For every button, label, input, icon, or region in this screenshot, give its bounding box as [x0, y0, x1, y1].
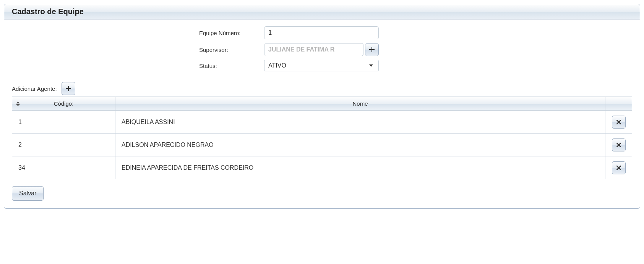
close-icon [616, 166, 621, 170]
cell-codigo: 34 [12, 156, 115, 179]
table-row: 2ADILSON APARECIDO NEGRAO [12, 134, 632, 156]
cell-actions [605, 111, 632, 134]
status-value: ATIVO [268, 62, 286, 69]
row-supervisor: Supervisor: [12, 43, 632, 56]
col-header-codigo-label: Código: [54, 100, 74, 107]
cell-actions [605, 156, 632, 179]
close-icon [616, 120, 621, 124]
col-header-actions [605, 97, 632, 111]
table-header-row: Código: Nome [12, 97, 632, 111]
status-select[interactable]: ATIVO [264, 60, 379, 71]
status-label: Status: [12, 63, 264, 69]
panel-body: Equipe Número: Supervisor: Status: ATIVO [4, 19, 640, 208]
table-row: 34EDINEIA APARECIDA DE FREITAS CORDEIRO [12, 156, 632, 179]
supervisor-label: Supervisor: [12, 47, 264, 53]
cell-nome: EDINEIA APARECIDA DE FREITAS CORDEIRO [115, 156, 605, 179]
cell-nome: ADILSON APARECIDO NEGRAO [115, 134, 605, 156]
col-header-codigo[interactable]: Código: [12, 97, 115, 111]
cell-nome: ABIQUEILA ASSINI [115, 111, 605, 134]
plus-icon [369, 47, 375, 52]
row-equipe-numero: Equipe Número: [12, 26, 632, 39]
cell-codigo: 1 [12, 111, 115, 134]
row-add-agent: Adicionar Agente: [12, 82, 632, 95]
close-icon [616, 143, 621, 147]
team-registration-panel: Cadastro de Equipe Equipe Número: Superv… [4, 4, 640, 209]
col-header-nome[interactable]: Nome [115, 97, 605, 111]
save-button[interactable]: Salvar [12, 186, 44, 201]
panel-title: Cadastro de Equipe [4, 4, 640, 19]
row-status: Status: ATIVO [12, 60, 632, 71]
cell-actions [605, 134, 632, 156]
agents-table: Código: Nome 1ABIQUEILA ASSINI2ADILSON A… [12, 97, 632, 179]
remove-agent-button[interactable] [612, 161, 626, 174]
sort-icon[interactable] [16, 101, 20, 106]
equipe-numero-label: Equipe Número: [12, 30, 264, 36]
equipe-numero-input[interactable] [264, 26, 379, 39]
add-agent-label: Adicionar Agente: [12, 85, 57, 92]
plus-icon [66, 86, 71, 91]
remove-agent-button[interactable] [612, 116, 626, 129]
add-supervisor-button[interactable] [365, 43, 379, 56]
table-row: 1ABIQUEILA ASSINI [12, 111, 632, 134]
add-agent-button[interactable] [62, 82, 75, 95]
supervisor-input [264, 43, 363, 56]
remove-agent-button[interactable] [612, 138, 626, 151]
cell-codigo: 2 [12, 134, 115, 156]
chevron-down-icon [369, 64, 373, 67]
col-header-nome-label: Nome [352, 100, 368, 107]
